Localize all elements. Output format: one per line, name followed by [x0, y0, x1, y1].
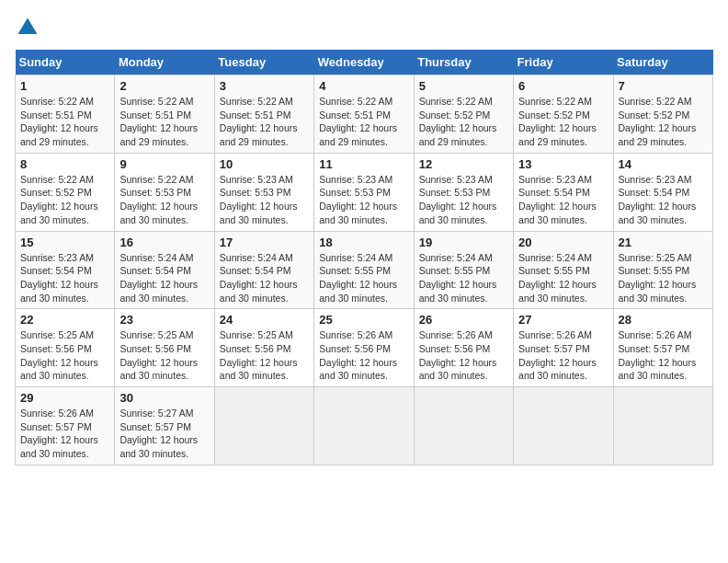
header [15, 15, 713, 40]
day-info: Sunrise: 5:26 AM Sunset: 5:57 PM Dayligh… [619, 328, 708, 383]
calendar-cell: 13 Sunrise: 5:23 AM Sunset: 5:54 PM Dayl… [514, 153, 613, 231]
calendar-cell: 16 Sunrise: 5:24 AM Sunset: 5:54 PM Dayl… [115, 231, 214, 309]
calendar-cell: 23 Sunrise: 5:25 AM Sunset: 5:56 PM Dayl… [115, 309, 214, 387]
calendar-cell: 3 Sunrise: 5:22 AM Sunset: 5:51 PM Dayli… [214, 75, 313, 154]
calendar-cell: 9 Sunrise: 5:22 AM Sunset: 5:53 PM Dayli… [115, 153, 214, 231]
calendar-cell: 20 Sunrise: 5:24 AM Sunset: 5:55 PM Dayl… [514, 231, 613, 309]
day-info: Sunrise: 5:26 AM Sunset: 5:57 PM Dayligh… [518, 328, 608, 383]
day-number: 5 [419, 79, 508, 93]
day-number: 12 [419, 157, 508, 171]
header-sunday: Sunday [16, 50, 115, 75]
day-number: 4 [319, 79, 408, 93]
header-wednesday: Wednesday [314, 50, 414, 75]
calendar-cell: 12 Sunrise: 5:23 AM Sunset: 5:53 PM Dayl… [414, 153, 513, 231]
calendar-cell: 22 Sunrise: 5:25 AM Sunset: 5:56 PM Dayl… [16, 309, 115, 387]
day-info: Sunrise: 5:22 AM Sunset: 5:53 PM Dayligh… [119, 173, 209, 227]
day-info: Sunrise: 5:22 AM Sunset: 5:52 PM Dayligh… [518, 95, 608, 149]
calendar-cell: 14 Sunrise: 5:23 AM Sunset: 5:54 PM Dayl… [613, 153, 712, 231]
calendar-cell: 28 Sunrise: 5:26 AM Sunset: 5:57 PM Dayl… [613, 309, 712, 387]
calendar-table: Sunday Monday Tuesday Wednesday Thursday… [15, 50, 713, 465]
logo-icon [15, 15, 40, 40]
calendar-cell [514, 387, 613, 465]
day-number: 24 [220, 313, 309, 327]
day-number: 9 [119, 157, 209, 171]
day-info: Sunrise: 5:22 AM Sunset: 5:52 PM Dayligh… [619, 95, 708, 149]
day-info: Sunrise: 5:23 AM Sunset: 5:54 PM Dayligh… [619, 173, 708, 227]
calendar-week-row: 29 Sunrise: 5:26 AM Sunset: 5:57 PM Dayl… [16, 387, 713, 465]
day-info: Sunrise: 5:24 AM Sunset: 5:55 PM Dayligh… [518, 251, 608, 305]
day-info: Sunrise: 5:22 AM Sunset: 5:52 PM Dayligh… [20, 173, 109, 227]
day-number: 3 [220, 79, 309, 93]
day-info: Sunrise: 5:24 AM Sunset: 5:54 PM Dayligh… [220, 251, 309, 305]
day-number: 15 [20, 236, 109, 249]
calendar-cell: 30 Sunrise: 5:27 AM Sunset: 5:57 PM Dayl… [115, 387, 214, 465]
day-info: Sunrise: 5:22 AM Sunset: 5:52 PM Dayligh… [419, 95, 508, 149]
calendar-week-row: 15 Sunrise: 5:23 AM Sunset: 5:54 PM Dayl… [16, 231, 713, 309]
calendar-cell: 7 Sunrise: 5:22 AM Sunset: 5:52 PM Dayli… [613, 75, 712, 154]
calendar-cell [214, 387, 313, 465]
day-info: Sunrise: 5:24 AM Sunset: 5:55 PM Dayligh… [319, 251, 408, 305]
day-info: Sunrise: 5:25 AM Sunset: 5:56 PM Dayligh… [119, 328, 209, 383]
calendar-week-row: 1 Sunrise: 5:22 AM Sunset: 5:51 PM Dayli… [16, 75, 713, 154]
day-number: 20 [518, 236, 608, 249]
day-number: 19 [419, 236, 508, 249]
calendar-cell: 25 Sunrise: 5:26 AM Sunset: 5:56 PM Dayl… [314, 309, 414, 387]
day-number: 7 [619, 79, 708, 93]
day-number: 25 [319, 313, 408, 327]
calendar-cell: 5 Sunrise: 5:22 AM Sunset: 5:52 PM Dayli… [414, 75, 513, 154]
day-number: 6 [518, 79, 608, 93]
day-info: Sunrise: 5:26 AM Sunset: 5:56 PM Dayligh… [419, 328, 508, 383]
day-info: Sunrise: 5:24 AM Sunset: 5:55 PM Dayligh… [419, 251, 508, 305]
calendar-cell: 2 Sunrise: 5:22 AM Sunset: 5:51 PM Dayli… [115, 75, 214, 154]
calendar-cell: 21 Sunrise: 5:25 AM Sunset: 5:55 PM Dayl… [613, 231, 712, 309]
day-number: 2 [119, 79, 209, 93]
calendar-cell: 24 Sunrise: 5:25 AM Sunset: 5:56 PM Dayl… [214, 309, 313, 387]
calendar-cell: 15 Sunrise: 5:23 AM Sunset: 5:54 PM Dayl… [16, 231, 115, 309]
day-info: Sunrise: 5:22 AM Sunset: 5:51 PM Dayligh… [319, 95, 408, 149]
day-info: Sunrise: 5:26 AM Sunset: 5:56 PM Dayligh… [319, 328, 408, 383]
day-number: 30 [119, 391, 209, 405]
day-number: 14 [619, 157, 708, 171]
day-info: Sunrise: 5:27 AM Sunset: 5:57 PM Dayligh… [119, 407, 209, 461]
header-monday: Monday [115, 50, 214, 75]
day-number: 23 [119, 313, 209, 327]
day-number: 1 [20, 79, 109, 93]
day-number: 18 [319, 236, 408, 249]
header-saturday: Saturday [613, 50, 712, 75]
day-info: Sunrise: 5:22 AM Sunset: 5:51 PM Dayligh… [20, 95, 109, 149]
calendar-cell: 17 Sunrise: 5:24 AM Sunset: 5:54 PM Dayl… [214, 231, 313, 309]
day-number: 17 [220, 236, 309, 249]
weekday-header-row: Sunday Monday Tuesday Wednesday Thursday… [16, 50, 713, 75]
calendar-week-row: 8 Sunrise: 5:22 AM Sunset: 5:52 PM Dayli… [16, 153, 713, 231]
svg-marker-0 [18, 18, 38, 35]
day-info: Sunrise: 5:22 AM Sunset: 5:51 PM Dayligh… [220, 95, 309, 149]
calendar-cell: 6 Sunrise: 5:22 AM Sunset: 5:52 PM Dayli… [514, 75, 613, 154]
calendar-week-row: 22 Sunrise: 5:25 AM Sunset: 5:56 PM Dayl… [16, 309, 713, 387]
day-info: Sunrise: 5:23 AM Sunset: 5:53 PM Dayligh… [220, 173, 309, 227]
calendar-cell: 19 Sunrise: 5:24 AM Sunset: 5:55 PM Dayl… [414, 231, 513, 309]
calendar-cell: 4 Sunrise: 5:22 AM Sunset: 5:51 PM Dayli… [314, 75, 414, 154]
header-friday: Friday [514, 50, 613, 75]
day-info: Sunrise: 5:23 AM Sunset: 5:53 PM Dayligh… [319, 173, 408, 227]
calendar-cell: 11 Sunrise: 5:23 AM Sunset: 5:53 PM Dayl… [314, 153, 414, 231]
calendar-cell: 18 Sunrise: 5:24 AM Sunset: 5:55 PM Dayl… [314, 231, 414, 309]
calendar-cell: 1 Sunrise: 5:22 AM Sunset: 5:51 PM Dayli… [16, 75, 115, 154]
calendar-cell: 10 Sunrise: 5:23 AM Sunset: 5:53 PM Dayl… [214, 153, 313, 231]
calendar-cell: 29 Sunrise: 5:26 AM Sunset: 5:57 PM Dayl… [16, 387, 115, 465]
logo [15, 15, 44, 40]
day-number: 16 [119, 236, 209, 249]
day-number: 21 [619, 236, 708, 249]
day-info: Sunrise: 5:25 AM Sunset: 5:55 PM Dayligh… [619, 251, 708, 305]
calendar-cell [314, 387, 414, 465]
day-info: Sunrise: 5:23 AM Sunset: 5:54 PM Dayligh… [20, 251, 109, 305]
day-number: 13 [518, 157, 608, 171]
day-number: 11 [319, 157, 408, 171]
day-number: 27 [518, 313, 608, 327]
calendar-cell: 27 Sunrise: 5:26 AM Sunset: 5:57 PM Dayl… [514, 309, 613, 387]
calendar-cell [613, 387, 712, 465]
day-info: Sunrise: 5:23 AM Sunset: 5:53 PM Dayligh… [419, 173, 508, 227]
day-number: 29 [20, 391, 109, 405]
calendar-cell: 26 Sunrise: 5:26 AM Sunset: 5:56 PM Dayl… [414, 309, 513, 387]
calendar-cell [414, 387, 513, 465]
day-info: Sunrise: 5:24 AM Sunset: 5:54 PM Dayligh… [119, 251, 209, 305]
